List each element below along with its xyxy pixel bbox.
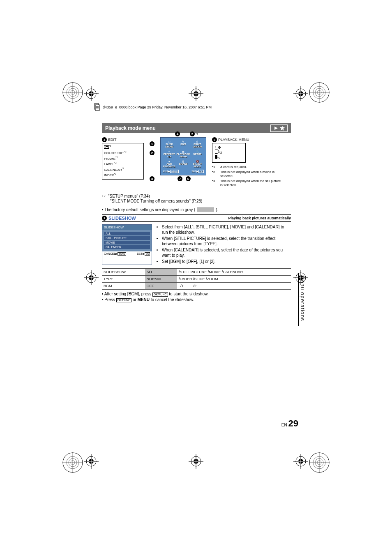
edit-box: *2 COLOR EDIT*2 FRAME*2 LABEL*2 CALENDAR… bbox=[102, 143, 144, 180]
factory-default-note: • The factory default settings are displ… bbox=[102, 207, 291, 212]
play-favorite-icon bbox=[270, 124, 288, 132]
options-table: SLIDESHOW ALL /STILL PICTURE /MOVIE /CAL… bbox=[102, 268, 291, 290]
page-number: EN 29 bbox=[281, 418, 298, 429]
table-row: TYPE NORMAL /FADER /SLIDE /ZOOM bbox=[102, 275, 291, 282]
crosshair-icon bbox=[84, 270, 99, 285]
page-header-text: d4359_e_0000.book Page 29 Friday, Novemb… bbox=[103, 105, 212, 109]
slideshow-instructions: Select from [ALL], [STILL PICTURE], [MOV… bbox=[157, 224, 291, 265]
svg-marker-77 bbox=[274, 127, 278, 130]
slideshow-screen: SLIDESHOW ALL STILL PICTURE MOVIE CALEND… bbox=[102, 224, 152, 265]
page-header-line: d4359_e_0000.book Page 29 Friday, Novemb… bbox=[94, 102, 298, 111]
slideshow-heading: 1 SLIDESHOW Playing back pictures automa… bbox=[102, 214, 291, 222]
playback-column: 8 PLAYBACK MENU *2 *2 *1A card is requir… bbox=[212, 137, 282, 188]
callout-4: 4 bbox=[102, 137, 107, 142]
protect-icon bbox=[215, 146, 220, 148]
table-row: SLIDESHOW ALL /STILL PICTURE /MOVIE /CAL… bbox=[102, 268, 291, 275]
crosshair-icon bbox=[84, 86, 99, 101]
regmark-bl bbox=[62, 452, 83, 473]
rotate-icon bbox=[215, 150, 219, 154]
side-tab: Menu operations bbox=[298, 273, 307, 326]
footnotes: *1A card is required. *2This is not disp… bbox=[212, 165, 282, 187]
document-icon bbox=[94, 103, 100, 111]
okfunc-key: OK/FUNC bbox=[116, 298, 132, 302]
regmark-tl bbox=[62, 82, 83, 103]
picture-icon bbox=[104, 145, 109, 149]
camera-screen: ▢SLIDE SHOW ✎EDIT ⎙PRINT ORDER ✧PERFECT … bbox=[160, 137, 206, 175]
edit-header-label: EDIT bbox=[108, 138, 117, 142]
crosshair-icon bbox=[189, 86, 203, 101]
crosshair-icon bbox=[189, 454, 203, 469]
regmark-tr bbox=[309, 82, 330, 103]
edit-column: 4 EDIT *2 COLOR EDIT*2 FRAME*2 LABEL*2 C… bbox=[102, 137, 144, 180]
screen-column: 4 5*1 1 2 3 7 6 ▢SLIDE SHOW ✎EDIT ⎙PRINT… bbox=[150, 137, 206, 175]
svg-marker-78 bbox=[280, 126, 285, 131]
crosshair-icon bbox=[84, 454, 99, 469]
svg-rect-73 bbox=[95, 105, 99, 111]
callout-8: 8 bbox=[212, 137, 217, 142]
after-notes: • After setting [BGM], press OK/FUNC to … bbox=[102, 291, 291, 303]
cross-references: ☞"SETUP menus" (P.34) "SILENT MODE Turni… bbox=[102, 193, 291, 203]
crosshair-icon bbox=[293, 86, 308, 101]
playback-menu-label: PLAYBACK MENU bbox=[218, 138, 249, 142]
section-title: Playback mode menu bbox=[105, 125, 156, 131]
crosshair-icon bbox=[293, 454, 308, 469]
playback-menu-box: *2 *2 bbox=[212, 143, 246, 163]
okfunc-key: OK/FUNC bbox=[152, 292, 168, 297]
pointer-icon: ☞ bbox=[102, 193, 106, 199]
regmark-br bbox=[309, 452, 330, 473]
table-row: BGM OFF /1 /2 bbox=[102, 282, 291, 289]
gray-swatch bbox=[197, 207, 214, 212]
